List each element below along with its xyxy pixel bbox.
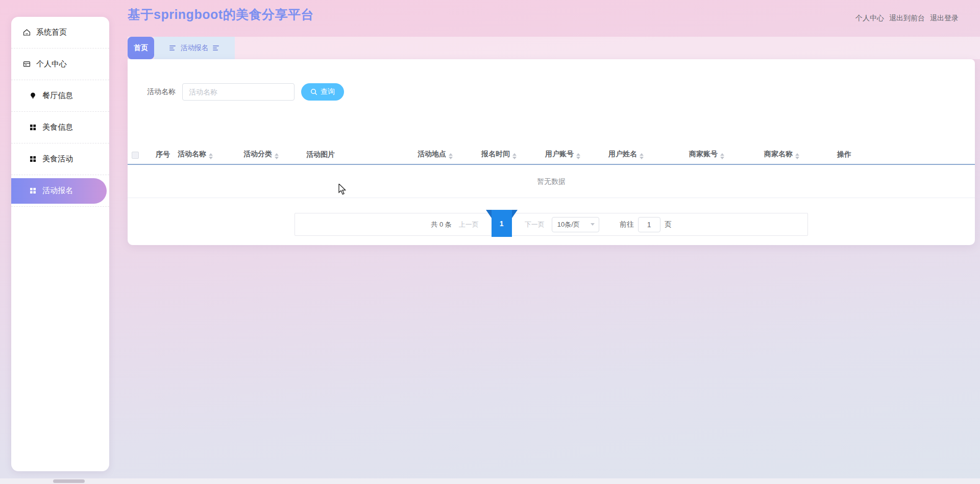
sort-carets-icon[interactable] <box>795 153 799 159</box>
sidebar-item-activity-signup[interactable]: 活动报名 <box>11 175 109 207</box>
sidebar-item-restaurant-info[interactable]: 餐厅信息 <box>11 80 109 112</box>
tab-label[interactable]: 活动报名 <box>181 43 208 53</box>
search-label: 活动名称 <box>147 87 176 96</box>
col-user-name[interactable]: 用户姓名 <box>603 145 684 164</box>
table-empty-state: 暂无数据 <box>128 165 975 198</box>
sort-carets-icon[interactable] <box>275 153 279 159</box>
sidebar-item-label: 活动报名 <box>42 186 73 196</box>
search-icon <box>310 88 317 95</box>
data-table: 序号 活动名称 活动分类 活动图片 活动地点 报名时间 用户账号 用户姓名 商家… <box>128 145 975 165</box>
header-nav: 个人中心 退出到前台 退出登录 <box>855 14 959 23</box>
sort-carets-icon[interactable] <box>640 153 644 159</box>
search-button[interactable]: 查询 <box>301 83 344 101</box>
col-index: 序号 <box>151 145 173 164</box>
sidebar-item-food-info[interactable]: 美食信息 <box>11 112 109 143</box>
col-merchant-name[interactable]: 商家名称 <box>759 145 832 164</box>
search-row: 活动名称 查询 <box>128 83 975 101</box>
sort-carets-icon[interactable] <box>512 153 517 159</box>
panel-icon <box>22 60 31 68</box>
horizontal-scrollbar-track[interactable] <box>0 478 980 484</box>
sidebar-item-food-activity[interactable]: 美食活动 <box>11 143 109 175</box>
home-icon <box>22 28 31 37</box>
sort-carets-icon[interactable] <box>449 153 453 159</box>
sidebar-item-personal-center[interactable]: 个人中心 <box>11 49 109 80</box>
tab-bar: 首页 活动报名 <box>128 37 235 59</box>
col-merchant-account[interactable]: 商家账号 <box>684 145 759 164</box>
page-size-select[interactable]: 10条/页 <box>552 217 599 232</box>
next-page-button[interactable]: 下一页 <box>525 220 545 229</box>
tab-band <box>128 37 980 59</box>
prev-page-button[interactable]: 上一页 <box>459 220 479 229</box>
tab-list-icon[interactable] <box>213 45 219 51</box>
chevron-down-icon <box>591 223 595 226</box>
sidebar-item-label: 系统首页 <box>36 28 67 37</box>
sort-carets-icon[interactable] <box>576 153 580 159</box>
col-actions: 操作 <box>832 145 975 164</box>
col-signup-time[interactable]: 报名时间 <box>476 145 540 164</box>
sidebar-item-label: 餐厅信息 <box>42 91 73 101</box>
sidebar-item-label: 美食活动 <box>42 154 73 164</box>
goto-page-input[interactable] <box>638 217 660 232</box>
sidebar-item-label: 个人中心 <box>36 59 67 69</box>
tab-list-icon[interactable] <box>169 45 176 51</box>
grid-icon <box>29 186 37 195</box>
horizontal-scrollbar-thumb[interactable] <box>53 479 85 483</box>
bulb-icon <box>29 91 37 100</box>
content-panel: 活动名称 查询 序号 活动名称 活动分类 活动图片 活动地点 报名时间 用户账号… <box>128 59 975 245</box>
sidebar: 系统首页 个人中心 餐厅信息 美食信息 美食活动 活动报名 <box>11 17 109 471</box>
search-input[interactable] <box>182 83 295 101</box>
table-header-row: 序号 活动名称 活动分类 活动图片 活动地点 报名时间 用户账号 用户姓名 商家… <box>128 145 975 164</box>
page-title: 基于springboot的美食分享平台 <box>128 6 314 23</box>
nav-link-profile[interactable]: 个人中心 <box>855 14 884 23</box>
nav-link-exit-frontend[interactable]: 退出到前台 <box>889 14 925 23</box>
sidebar-item-label: 美食信息 <box>42 123 73 132</box>
grid-icon <box>29 155 37 163</box>
goto-unit: 页 <box>665 220 672 229</box>
current-page-ribbon[interactable]: 1 <box>486 210 518 237</box>
nav-link-logout[interactable]: 退出登录 <box>930 14 959 23</box>
tab-home[interactable]: 首页 <box>128 37 154 59</box>
col-user-account[interactable]: 用户账号 <box>540 145 603 164</box>
pagination-total: 共 0 条 <box>431 220 451 229</box>
goto-label: 前往 <box>620 220 634 229</box>
sidebar-active-pill[interactable]: 活动报名 <box>11 178 107 204</box>
col-activity-place[interactable]: 活动地点 <box>412 145 476 164</box>
col-activity-name[interactable]: 活动名称 <box>173 145 238 164</box>
sort-carets-icon[interactable] <box>209 153 213 159</box>
grid-icon <box>29 123 37 132</box>
select-all-checkbox[interactable] <box>132 152 139 159</box>
col-activity-category[interactable]: 活动分类 <box>238 145 301 164</box>
sort-carets-icon[interactable] <box>720 153 724 159</box>
pagination-bar: 共 0 条 上一页 1 下一页 10条/页 前往 页 <box>295 213 808 236</box>
col-activity-image: 活动图片 <box>301 145 412 164</box>
page-size-value: 10条/页 <box>557 220 580 229</box>
current-page-number: 1 <box>492 210 512 237</box>
sidebar-item-system-home[interactable]: 系统首页 <box>11 17 109 49</box>
tab-activity-signup[interactable]: 活动报名 <box>154 37 235 59</box>
search-button-label: 查询 <box>321 87 335 96</box>
